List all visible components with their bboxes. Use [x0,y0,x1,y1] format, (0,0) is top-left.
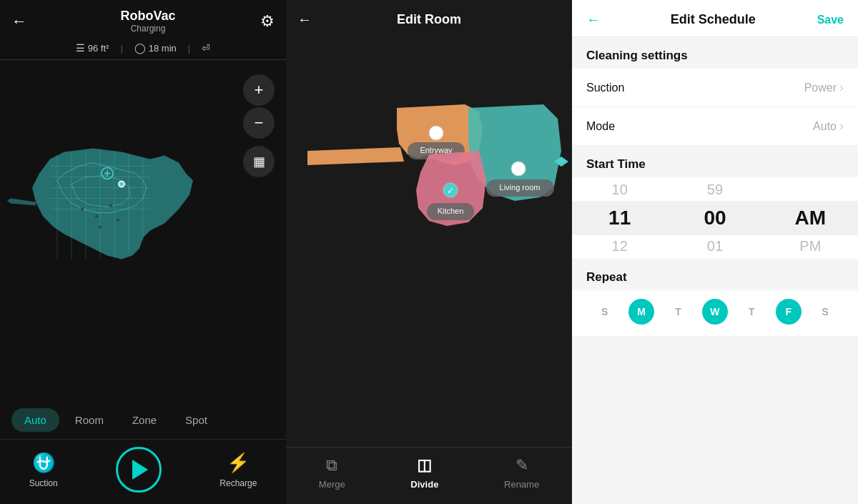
suction-row-value: Power › [804,80,844,95]
rename-icon: ✎ [516,456,528,475]
tab-zone[interactable]: Zone [119,408,169,432]
recharge-icon: ⚡ [227,452,250,474]
minute-00-selected[interactable]: 00 [667,202,762,234]
middle-bottom-actions: ⧉ Merge ◫ Divide ✎ Rename [286,447,572,504]
period-am-selected[interactable]: AM [763,202,858,234]
left-map: + − ▦ [0,60,286,401]
minute-01[interactable]: 01 [667,234,762,259]
day-wednesday-circle[interactable]: W [702,299,728,325]
svg-point-13 [95,215,98,218]
right-title: Edit Schedule [609,12,817,27]
zoom-out-button[interactable]: − [243,107,275,139]
merge-label: Merge [319,479,345,490]
back-button[interactable]: ← [11,12,27,31]
period-column[interactable]: -- AM PM [763,177,858,259]
svg-point-18 [119,182,124,187]
hours-column[interactable]: 10 11 12 [572,177,667,259]
mode-row-value: Auto › [813,119,844,134]
stats-bar: ☰ 96 ft² | ◯ 18 min | ⏎ [0,39,286,60]
time-icon: ◯ [134,42,146,54]
divide-action[interactable]: ◫ Divide [410,456,438,490]
area-stat: ☰ 96 ft² [76,42,109,54]
right-panel: ← Edit Schedule Save Cleaning settings S… [572,0,858,504]
svg-point-16 [99,226,102,229]
day-wednesday[interactable]: W [702,299,728,325]
hour-11-selected[interactable]: 11 [572,202,667,234]
merge-action[interactable]: ⧉ Merge [319,456,345,490]
area-icon: ☰ [76,42,85,54]
svg-point-12 [81,208,84,211]
suction-icon: ⛎ [32,452,55,474]
mode-row-label: Mode [586,120,615,133]
day-sunday[interactable]: S [592,299,618,325]
repeat-title: Repeat [572,259,858,290]
device-name: RoboVac [120,9,175,24]
svg-point-23 [429,126,443,140]
divide-label: Divide [410,479,438,490]
zoom-controls: + − [243,74,275,139]
bottom-bar: ⛎ Suction ⚡ Recharge [0,439,286,504]
day-tuesday[interactable]: T [666,299,691,325]
right-header: ← Edit Schedule Save [572,0,858,37]
time-stat: ◯ 18 min [134,42,177,54]
middle-back-button[interactable]: ← [297,11,312,28]
svg-point-15 [117,219,119,222]
day-thursday-circle[interactable]: T [739,299,764,325]
mode-chevron: › [839,119,844,134]
rename-label: Rename [504,479,539,490]
battery-icon: ⏎ [202,42,210,54]
day-thursday[interactable]: T [739,299,764,325]
day-friday[interactable]: F [776,299,802,325]
middle-title: Edit Room [320,12,538,27]
divide-icon: ◫ [417,456,432,475]
day-monday-circle[interactable]: M [628,299,654,325]
start-time-title: Start Time [572,146,858,177]
middle-map: Entryway Living room Selected [286,36,572,447]
day-friday-circle[interactable]: F [776,299,802,325]
hour-10[interactable]: 10 [572,177,667,202]
right-back-button[interactable]: ← [586,11,601,28]
cleaning-settings-title: Cleaning settings [572,37,858,69]
day-saturday[interactable]: S [812,299,838,325]
svg-point-26 [511,162,526,176]
middle-header: ← Edit Room [286,0,572,36]
repeat-days: S M T W T F S [572,290,858,336]
suction-chevron: › [839,80,844,95]
day-monday[interactable]: M [628,299,654,325]
svg-text:Kitchen: Kitchen [438,207,464,215]
tab-spot[interactable]: Spot [172,408,220,432]
rename-action[interactable]: ✎ Rename [504,456,539,490]
zoom-in-button[interactable]: + [243,74,275,106]
mode-row[interactable]: Mode Auto › [572,107,858,146]
recharge-label: Recharge [220,478,257,488]
left-header: ← RoboVac Charging ⚙ [0,0,286,39]
svg-text:Living room: Living room [500,183,541,192]
mode-tabs: Auto Room Zone Spot [0,401,286,439]
minute-59[interactable]: 59 [667,177,762,202]
hour-12[interactable]: 12 [572,234,667,259]
left-panel: ← RoboVac Charging ⚙ ☰ 96 ft² | ◯ 18 min… [0,0,286,504]
play-button[interactable] [116,447,162,493]
period-pm[interactable]: PM [763,234,858,259]
minutes-column[interactable]: 59 00 01 [667,177,762,259]
tab-room[interactable]: Room [62,408,117,432]
time-picker[interactable]: 10 11 12 59 00 01 -- AM PM [572,177,858,259]
save-button[interactable]: Save [817,14,844,26]
day-tuesday-circle[interactable]: T [666,299,691,325]
recharge-action[interactable]: ⚡ Recharge [220,452,257,488]
day-sunday-circle[interactable]: S [592,299,618,325]
copy-button[interactable]: ▦ [243,146,275,177]
suction-action[interactable]: ⛎ Suction [29,452,58,488]
settings-button[interactable]: ⚙ [260,12,275,31]
play-icon [132,460,148,480]
svg-marker-22 [307,147,404,165]
suction-label: Suction [29,478,58,488]
suction-row[interactable]: Suction Power › [572,69,858,107]
day-saturday-circle[interactable]: S [812,299,838,325]
device-info: RoboVac Charging [120,9,175,34]
copy-icon: ▦ [253,154,265,169]
tab-auto[interactable]: Auto [11,408,59,432]
merge-icon: ⧉ [326,456,337,475]
suction-row-label: Suction [586,81,624,94]
svg-point-14 [109,204,112,207]
